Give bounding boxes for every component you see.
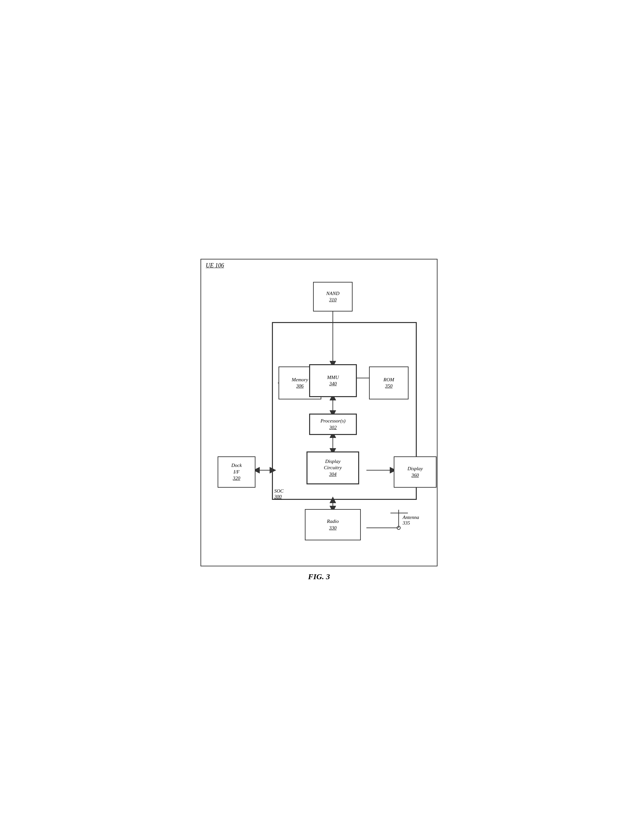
rom-box: ROM 350	[369, 366, 409, 399]
dock-box: DockI/F 320	[218, 456, 256, 488]
display-label: Display	[407, 466, 423, 472]
fig-label: FIG. 3	[201, 572, 437, 581]
rom-label: ROM	[384, 377, 395, 383]
memory-ref: 306	[296, 383, 304, 390]
svg-point-16	[397, 526, 400, 529]
nand-ref: 310	[329, 297, 337, 303]
antenna-label: Antenna 335	[403, 515, 419, 526]
nand-box: NAND 310	[313, 282, 352, 311]
soc-label: SOC 300	[274, 488, 283, 499]
radio-ref: 330	[329, 525, 337, 532]
display-circuitry-ref: 304	[329, 471, 337, 478]
ue-label: UE 106	[206, 262, 224, 269]
radio-label: Radio	[327, 518, 339, 525]
outer-box: UE 106	[201, 259, 437, 566]
dock-ref: 320	[233, 475, 240, 482]
page: UE 106	[194, 252, 444, 588]
processor-ref: 302	[329, 425, 337, 431]
mmu-label: MMU	[327, 374, 339, 381]
mmu-box: MMU 340	[309, 364, 357, 397]
display-circuitry-label: DisplayCircuitry	[324, 458, 342, 471]
memory-label: Memory	[292, 377, 308, 383]
processor-box: Processor(s) 302	[309, 414, 357, 435]
dock-label: DockI/F	[231, 462, 242, 475]
display-circuitry-box: DisplayCircuitry 304	[306, 452, 359, 485]
processor-label: Processor(s)	[320, 418, 345, 425]
rom-ref: 350	[385, 383, 393, 390]
mmu-ref: 340	[329, 381, 337, 387]
display-ref: 360	[412, 472, 419, 479]
nand-label: NAND	[326, 291, 340, 297]
diagram-area: NAND 310 SOC 300 Memory 306 ROM 350	[208, 273, 430, 556]
display-box: Display 360	[394, 456, 436, 488]
radio-box: Radio 330	[305, 509, 361, 540]
